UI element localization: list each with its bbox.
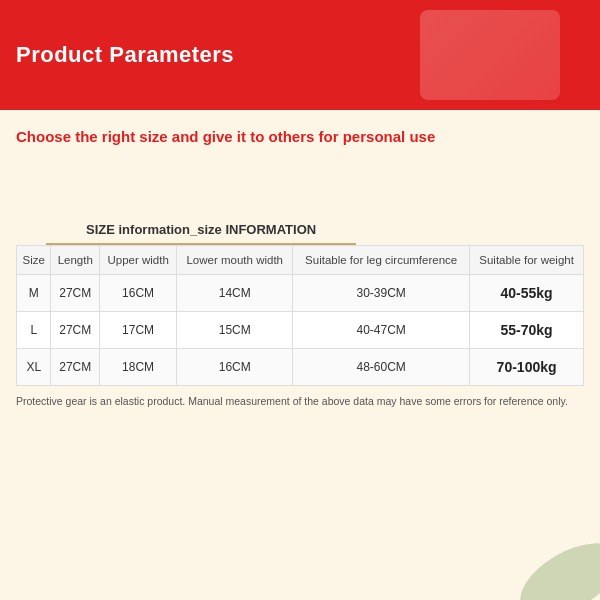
size-section-label: SIZE information_size INFORMATION: [46, 214, 356, 245]
col-lower-mouth-width: Lower mouth width: [177, 246, 293, 275]
col-leg-circumference: Suitable for leg circumference: [293, 246, 470, 275]
banner-decoration: [420, 10, 560, 100]
leaf-decoration: [480, 510, 600, 600]
subtitle-text: Choose the right size and give it to oth…: [16, 128, 435, 145]
cell-size: L: [17, 312, 51, 349]
cell-size: XL: [17, 349, 51, 386]
col-size: Size: [17, 246, 51, 275]
cell-weight: 40-55kg: [470, 275, 584, 312]
footer-note-text: Protective gear is an elastic product. M…: [16, 395, 568, 407]
cell-leg-circumference: 40-47CM: [293, 312, 470, 349]
cell-weight: 70-100kg: [470, 349, 584, 386]
size-table-wrapper: Size Length Upper width Lower mouth widt…: [16, 245, 584, 386]
cell-weight: 55-70kg: [470, 312, 584, 349]
subtitle-section: Choose the right size and give it to oth…: [0, 110, 600, 154]
table-row: XL27CM18CM16CM48-60CM70-100kg: [17, 349, 584, 386]
cell-length: 27CM: [51, 312, 100, 349]
col-upper-width: Upper width: [99, 246, 176, 275]
cell-length: 27CM: [51, 275, 100, 312]
table-row: M27CM16CM14CM30-39CM40-55kg: [17, 275, 584, 312]
size-table: Size Length Upper width Lower mouth widt…: [16, 245, 584, 386]
col-weight: Suitable for weight: [470, 246, 584, 275]
footer-note: Protective gear is an elastic product. M…: [0, 386, 600, 418]
cell-lower-mouth-width: 14CM: [177, 275, 293, 312]
mid-decoration: [0, 154, 600, 214]
col-length: Length: [51, 246, 100, 275]
page-wrapper: Product Parameters Choose the right size…: [0, 0, 600, 600]
cell-upper-width: 16CM: [99, 275, 176, 312]
cell-lower-mouth-width: 15CM: [177, 312, 293, 349]
table-row: L27CM17CM15CM40-47CM55-70kg: [17, 312, 584, 349]
cell-leg-circumference: 48-60CM: [293, 349, 470, 386]
cell-upper-width: 17CM: [99, 312, 176, 349]
cell-length: 27CM: [51, 349, 100, 386]
cell-lower-mouth-width: 16CM: [177, 349, 293, 386]
cell-upper-width: 18CM: [99, 349, 176, 386]
table-header-row: Size Length Upper width Lower mouth widt…: [17, 246, 584, 275]
header-title: Product Parameters: [16, 42, 234, 68]
cell-size: M: [17, 275, 51, 312]
header-banner: Product Parameters: [0, 0, 600, 110]
cell-leg-circumference: 30-39CM: [293, 275, 470, 312]
